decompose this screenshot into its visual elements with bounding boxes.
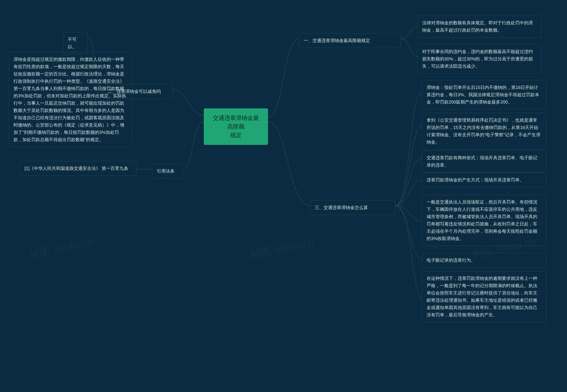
root-line1: 交通违章滞纳金最高限额 <box>213 115 259 130</box>
branch-3-child-5: 电子眼记录的违章行为。 <box>422 253 546 268</box>
branch-3-child-0: 滞纳金：指处罚单开出后15日内不缴纳的，第16日开始计算违约金，每日3%。我国法… <box>422 80 546 110</box>
branch-2-child-0: 不可以。 <box>63 32 88 54</box>
branch-1-child-0: 法律对滞纳金的数额有具体规定。即对于行政处罚中的滞纳金，最高不超过行政处罚的本金… <box>418 15 541 38</box>
root-line2: 规定 <box>230 132 242 139</box>
watermark: 树图 shutu.cn <box>250 235 316 262</box>
branch-4: 引用法条 <box>152 164 183 179</box>
branch-4-child-0: [1]《中华人民共和国道路交通安全法》 第一百零九条 <box>20 161 136 176</box>
branch-3-child-1: 拿到《公安交通管理简易程序处罚决定书》，也就是通常所说的罚单，15天之内没有去缴… <box>422 113 546 150</box>
branch-2-child-1: 滞纳金是指超过规定的缴款期限，向缴款人征收的一种带有惩罚性质的款项，一般是按超过… <box>9 52 132 147</box>
branch-3-child-2: 交通违章罚款有两种形式：现场开具违章罚单、电子眼记录的违章。 <box>422 150 546 173</box>
branch-3-child-4: 一般是交通执法人员现场取证，然后开具罚单。有些情况下，车辆因停放在人行道或不应该… <box>422 195 546 246</box>
branch-3-child-3: 违章罚款滞纳金的产生方式：现场开具违章罚单。 <box>422 173 546 187</box>
branch-1-child-1: 对于民事合同的违约金，违约金的数额最高不能超过违约损失数额的30%，超过30%的… <box>418 44 541 74</box>
branch-3: 三、交通违章滞纳金怎么算 <box>310 200 395 215</box>
root-node: 交通违章滞纳金最高限额 规定 <box>204 108 268 145</box>
watermark: 树图 shutu.cn <box>28 235 94 262</box>
branch-3-child-6: 在这种情况下，违章罚款滞纳金的逾期要求就没有上一种严格，一般是到了每一年的记分期… <box>422 271 546 322</box>
branch-1: 一、交通违章滞纳金最高限额规定 <box>299 33 401 48</box>
